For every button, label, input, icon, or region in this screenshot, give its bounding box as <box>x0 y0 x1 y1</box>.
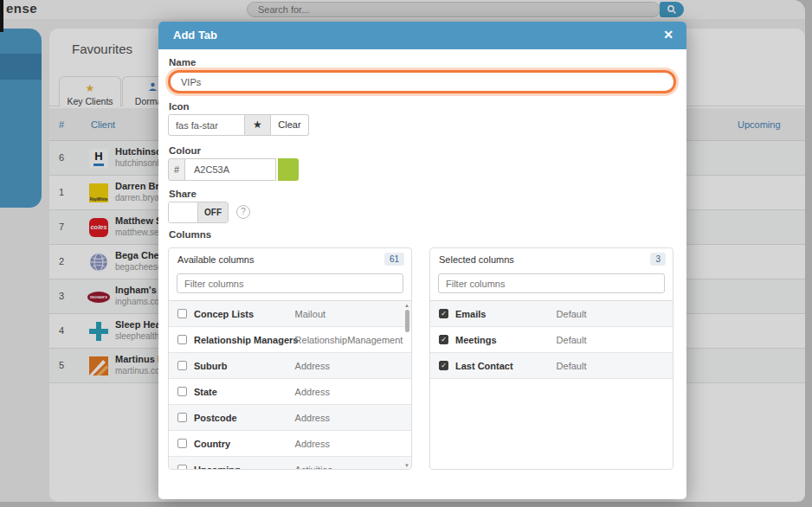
share-toggle[interactable]: OFF <box>168 202 229 223</box>
selected-columns-panel: Selected columns 3 ✓ Emails Default ✓ Me… <box>429 247 673 470</box>
column-category: RelationshipManagement <box>295 335 403 345</box>
column-option-row[interactable]: Concep Lists Mailout <box>169 301 411 327</box>
checkbox-checked[interactable]: ✓ <box>439 335 448 344</box>
selected-columns-header: Selected columns 3 <box>430 248 673 272</box>
colour-hex-input[interactable] <box>185 158 276 181</box>
column-selected-row[interactable]: ✓ Emails Default <box>430 301 673 327</box>
star-icon[interactable]: ★ <box>245 114 271 136</box>
column-category: Address <box>295 361 330 371</box>
columns-label: Columns <box>169 229 211 240</box>
column-option-row[interactable]: Postcode Address <box>169 405 411 431</box>
column-category: Address <box>295 439 330 449</box>
column-option-row[interactable]: State Address <box>169 379 411 405</box>
scroll-down-icon[interactable]: ▼ <box>404 463 409 468</box>
checkbox-unchecked[interactable] <box>177 361 187 370</box>
column-name: Relationship Managers <box>194 335 298 345</box>
checkbox-unchecked[interactable] <box>177 309 187 318</box>
column-category: Default <box>557 361 587 371</box>
help-icon[interactable]: ? <box>236 205 250 219</box>
column-name: Suburb <box>194 361 228 371</box>
column-option-row[interactable]: Relationship Managers RelationshipManage… <box>169 327 411 353</box>
column-option-row[interactable]: Suburb Address <box>169 353 411 379</box>
scroll-up-icon[interactable]: ▲ <box>404 303 409 308</box>
add-tab-modal: Add Tab ✕ Name Icon ★ Clear Colour # Sha… <box>158 22 686 499</box>
screen: ense Favourites ★ Key Clients <box>0 0 812 507</box>
clear-icon-button[interactable]: Clear <box>271 114 309 136</box>
selected-columns-list: ✓ Emails Default ✓ Meetings Default ✓ La… <box>430 300 673 470</box>
column-option-row[interactable]: Upcoming Activities <box>169 457 411 470</box>
column-name: Concep Lists <box>194 309 254 319</box>
checkbox-unchecked[interactable] <box>177 439 187 448</box>
scrollbar-thumb[interactable] <box>405 310 409 332</box>
checkbox-unchecked[interactable] <box>177 335 187 344</box>
colour-label: Colour <box>169 145 201 156</box>
checkbox-checked[interactable]: ✓ <box>439 309 448 318</box>
column-category: Address <box>295 387 330 397</box>
tab-name-input[interactable] <box>168 70 676 93</box>
available-count-badge: 61 <box>384 253 404 266</box>
column-category: Activities <box>295 465 332 471</box>
column-name: Postcode <box>194 413 237 423</box>
checkbox-checked[interactable]: ✓ <box>439 361 448 370</box>
name-label: Name <box>169 57 196 67</box>
column-name: State <box>194 387 217 397</box>
modal-title: Add Tab <box>173 29 217 42</box>
share-label: Share <box>169 189 197 199</box>
available-columns-list: Concep Lists Mailout Relationship Manage… <box>169 300 411 470</box>
icon-class-input[interactable] <box>168 114 245 136</box>
close-icon[interactable]: ✕ <box>663 28 673 42</box>
panel-title: Selected columns <box>439 254 514 265</box>
column-name: Last Contact <box>455 361 513 371</box>
column-category: Default <box>557 309 587 319</box>
colour-field-group: # <box>168 158 299 181</box>
selected-filter-input[interactable] <box>438 273 665 293</box>
column-name: Country <box>194 439 230 449</box>
column-selected-row[interactable]: ✓ Meetings Default <box>430 327 673 353</box>
checkbox-unchecked[interactable] <box>177 387 187 396</box>
column-category: Mailout <box>295 309 325 319</box>
checkbox-unchecked[interactable] <box>177 413 187 422</box>
share-toggle-state: OFF <box>197 202 228 222</box>
colour-swatch[interactable] <box>278 158 299 181</box>
panel-title: Available columns <box>177 254 254 265</box>
available-filter-input[interactable] <box>177 273 403 293</box>
checkbox-unchecked[interactable] <box>177 465 187 470</box>
column-selected-row[interactable]: ✓ Last Contact Default <box>430 353 673 379</box>
icon-label: Icon <box>169 101 190 112</box>
column-category: Default <box>557 335 587 345</box>
share-toggle-knob <box>169 202 197 222</box>
hash-prefix: # <box>168 158 185 181</box>
available-columns-header: Available columns 61 <box>169 248 411 272</box>
icon-field-group: ★ Clear <box>168 114 309 136</box>
selected-count-badge: 3 <box>650 253 666 266</box>
column-option-row[interactable]: Country Address <box>169 431 411 457</box>
available-columns-panel: Available columns 61 Concep Lists Mailou… <box>168 247 412 470</box>
column-name: Emails <box>455 309 486 319</box>
column-name: Meetings <box>455 335 497 345</box>
modal-header: Add Tab ✕ <box>158 22 686 49</box>
column-name: Upcoming <box>194 465 241 471</box>
column-category: Address <box>295 413 330 423</box>
